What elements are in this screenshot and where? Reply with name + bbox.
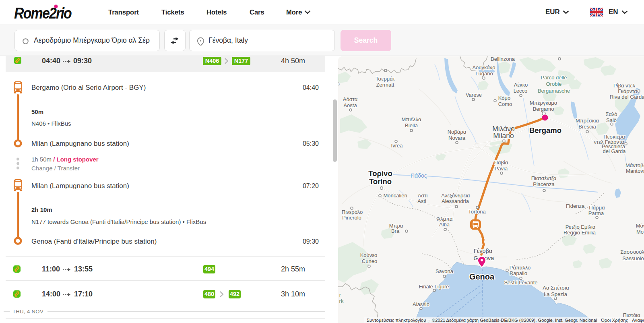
svg-text:c: c [338, 81, 340, 87]
svg-text:Genoa: Genoa [469, 272, 495, 281]
svg-text:Λουγκάνο: Λουγκάνο [472, 64, 495, 70]
svg-text:Ρίβα ντελ: Ρίβα ντελ [613, 83, 636, 89]
svg-text:Lugano: Lugano [475, 70, 493, 77]
svg-text:Reggio Emilia: Reggio Emilia [564, 230, 596, 236]
svg-text:Bra: Bra [391, 228, 400, 234]
svg-text:Savona: Savona [436, 268, 454, 274]
svg-text:Άστι: Άστι [418, 193, 428, 199]
svg-text:Torino: Torino [369, 177, 392, 186]
svg-text:Πάδος: Πάδος [411, 172, 427, 179]
svg-text:Όροι Χρήσης: Όροι Χρήσης [601, 318, 628, 323]
svg-text:Salò: Salò [606, 117, 617, 123]
svg-text:Μπέργκαμο: Μπέργκαμο [530, 100, 557, 106]
svg-text:Brescia: Brescia [578, 124, 596, 130]
svg-text:©2021 Δεδομένα χάρτη GeoBasis-: ©2021 Δεδομένα χάρτη GeoBasis-DE/BKG (©2… [432, 318, 597, 323]
svg-text:Αναφο: Αναφο [632, 318, 644, 323]
svg-text:Finale Ligure: Finale Ligure [419, 284, 449, 290]
svg-text:Λέκκο: Λέκκο [514, 82, 528, 88]
svg-text:Tortona: Tortona [468, 209, 486, 215]
svg-text:Zermatt: Zermatt [376, 82, 394, 88]
svg-text:Asti: Asti [417, 198, 426, 204]
svg-text:del Garda: del Garda [603, 148, 626, 154]
svg-text:Milano: Milano [493, 132, 514, 140]
svg-text:Sassuolo: Sassuolo [622, 255, 644, 261]
svg-text:Orobie: Orobie [546, 81, 561, 87]
svg-text:Fidenza: Fidenza [566, 203, 585, 209]
svg-text:Bergamo: Bergamo [529, 126, 561, 135]
svg-text:Πιατσέντζα: Πιατσέντζα [531, 175, 557, 181]
svg-text:Μπιέλλα: Μπιέλλα [402, 116, 421, 122]
svg-text:Ράπαλλο: Ράπαλλο [510, 265, 531, 271]
svg-text:Μάντοβα: Μάντοβα [625, 162, 644, 168]
svg-text:Πινερόλο: Πινερόλο [342, 209, 363, 215]
svg-text:Αλεξάνδρεια: Αλεξάνδρεια [441, 193, 470, 199]
svg-text:Lecco: Lecco [514, 88, 528, 94]
svg-text:Λα Σπέτσια: Λα Σπέτσια [543, 285, 569, 291]
svg-text:Bellinzona: Bellinzona [491, 56, 515, 62]
svg-text:Ρέτζιο Εμίλια: Ρέτζιο Εμίλια [566, 224, 596, 230]
svg-text:Alba: Alba [439, 222, 450, 228]
svg-text:Piacenza: Piacenza [533, 181, 555, 187]
svg-text:Γκάρντα: Γκάρντα [618, 88, 637, 94]
svg-text:Μόν: Μόν [636, 223, 644, 229]
svg-text:Riva del Garda: Riva del Garda [610, 94, 644, 100]
svg-text:r: r [339, 292, 341, 298]
svg-text:Pinerolo: Pinerolo [342, 215, 361, 221]
svg-text:Παβία: Παβία [494, 159, 508, 166]
svg-text:Aosta: Aosta [343, 102, 357, 108]
svg-text:Κόμο: Κόμο [498, 95, 510, 101]
svg-text:Πιστόια: Πιστόια [623, 312, 640, 318]
svg-text:Bergamasche: Bergamasche [538, 88, 570, 94]
svg-text:Parco delle: Parco delle [541, 75, 567, 81]
svg-text:Γένοβα: Γένοβα [474, 248, 493, 254]
svg-text:Bergamo: Bergamo [533, 106, 554, 112]
svg-text:Ivrea: Ivrea [391, 143, 403, 149]
svg-text:Novara: Novara [448, 135, 466, 141]
svg-text:Κούνεο: Κούνεο [360, 252, 377, 258]
svg-text:Mo: Mo [636, 229, 644, 235]
svg-text:Rapallo: Rapallo [510, 270, 527, 276]
svg-text:Συντομεύσεις πληκτρολογίου: Συντομεύσεις πληκτρολογίου [367, 318, 426, 323]
svg-text:Pavia: Pavia [495, 166, 508, 172]
svg-text:Sestri Levante: Sestri Levante [504, 280, 537, 286]
svg-text:Alassio: Alassio [413, 301, 429, 307]
svg-text:Como: Como [498, 101, 512, 107]
svg-text:Parma: Parma [588, 210, 604, 216]
svg-text:Varese: Varese [466, 92, 482, 98]
svg-text:Biella: Biella [405, 122, 418, 128]
svg-text:Rome2rio: Rome2rio [14, 5, 72, 22]
svg-text:Τσερμάτ: Τσερμάτ [376, 76, 395, 82]
svg-text:Moncalieri: Moncalieri [383, 193, 407, 199]
svg-text:Σαλό: Σαλό [605, 111, 617, 117]
svg-text:Μπρέσκια: Μπρέσκια [576, 118, 599, 124]
svg-text:Νοβάρα: Νοβάρα [448, 129, 466, 135]
svg-text:Τορίνο: Τορίνο [368, 169, 392, 178]
svg-text:Cuneo: Cuneo [362, 258, 377, 264]
svg-text:La Spezia: La Spezia [544, 291, 568, 297]
svg-text:Άλμπα: Άλμπα [437, 216, 453, 222]
svg-text:Αόστα: Αόστα [343, 96, 358, 102]
svg-text:Mantova: Mantova [626, 168, 644, 174]
svg-text:rk: rk [339, 298, 344, 304]
svg-text:Σασσουόλ: Σασσουόλ [620, 249, 644, 255]
svg-text:Πάρμα: Πάρμα [589, 205, 605, 211]
svg-text:Alessandria: Alessandria [442, 198, 469, 204]
